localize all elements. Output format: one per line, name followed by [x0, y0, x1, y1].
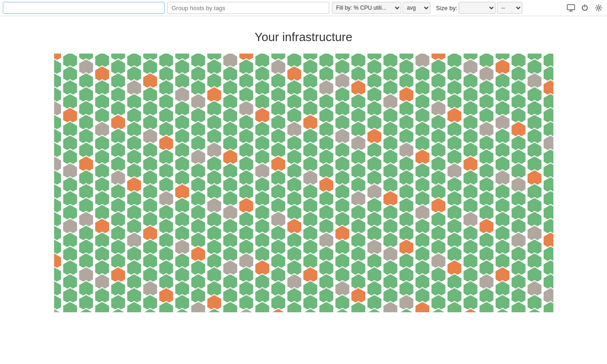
- hex-grid-svg: [54, 54, 553, 312]
- power-icon-button[interactable]: [579, 2, 590, 13]
- page-title: Your infrastructure: [255, 30, 352, 44]
- size-dash-select[interactable]: --: [497, 2, 522, 14]
- fill-by-select[interactable]: Fill by: % CPU utili...: [332, 2, 401, 14]
- hex-grid-container: [54, 54, 553, 312]
- power-icon: [581, 4, 589, 12]
- svg-rect-0: [567, 5, 575, 10]
- size-by-group: Size by: --: [433, 2, 522, 14]
- gear-icon: [595, 4, 602, 12]
- svg-point-3: [598, 7, 600, 9]
- monitor-icon-button[interactable]: [565, 2, 576, 13]
- main-content: Your infrastructure: [0, 16, 607, 312]
- group-hosts-input[interactable]: [167, 2, 329, 14]
- settings-icon-button[interactable]: [593, 2, 604, 13]
- monitor-icon: [567, 4, 575, 12]
- toolbar: Fill by: % CPU utili... avg Size by: --: [0, 0, 607, 16]
- size-by-select[interactable]: [459, 2, 496, 14]
- toolbar-icons: [565, 2, 604, 13]
- size-by-label: Size by:: [436, 5, 457, 12]
- search-input[interactable]: [3, 2, 165, 14]
- avg-select[interactable]: avg: [403, 2, 430, 14]
- fill-by-group: Fill by: % CPU utili... avg: [332, 2, 430, 14]
